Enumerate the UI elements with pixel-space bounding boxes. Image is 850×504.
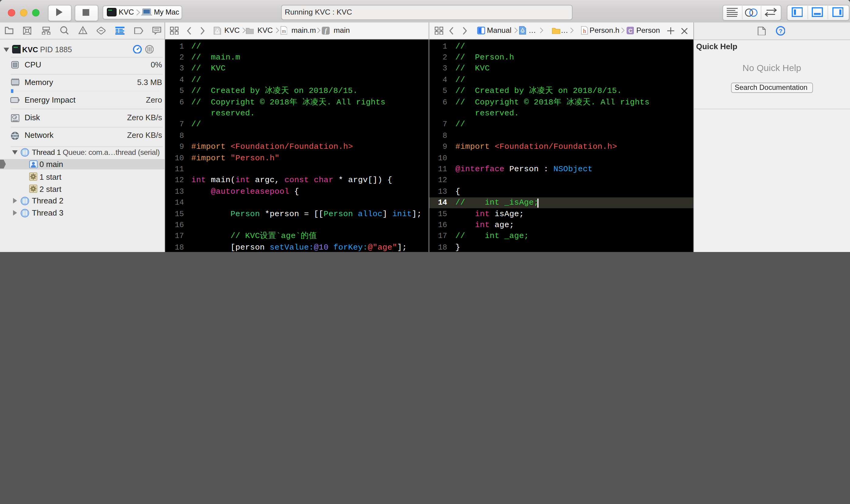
- svg-text:m: m: [282, 28, 285, 34]
- svg-text:h: h: [583, 28, 586, 34]
- svg-text:?: ?: [779, 28, 782, 34]
- svg-text:C: C: [628, 28, 632, 34]
